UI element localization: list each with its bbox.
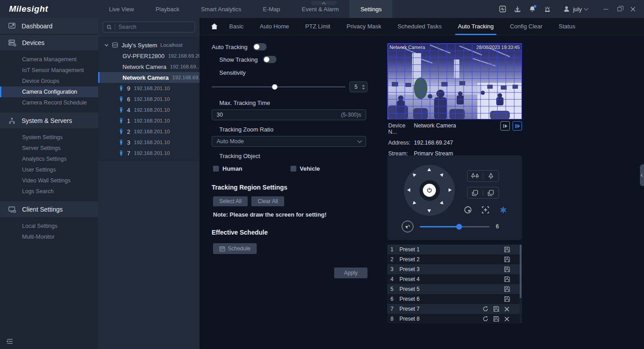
auto-tracking-toggle[interactable] <box>253 43 267 50</box>
preset-save-icon[interactable] <box>503 266 510 273</box>
preset-goto-icon[interactable] <box>482 316 489 322</box>
auto-focus-button[interactable] <box>481 205 490 215</box>
tab-config-clear[interactable]: Config Clear <box>502 18 550 35</box>
tree-item-device[interactable]: 9 192.168.201.10 <box>98 83 200 94</box>
health-status-icon[interactable] <box>497 4 508 14</box>
iris-minus-button[interactable] <box>463 205 473 215</box>
tree-item-device[interactable]: 6 192.168.201.10 <box>98 94 200 104</box>
right-panel-collapse-handle[interactable] <box>640 164 644 186</box>
zoom-in-button[interactable] <box>483 171 499 181</box>
focus-far-button[interactable] <box>467 187 483 198</box>
show-tracking-toggle[interactable] <box>263 56 277 63</box>
collapse-sidebar-icon[interactable] <box>5 337 14 345</box>
play-secondary-stream-button[interactable] <box>512 121 522 131</box>
ptz-auto-pan-button[interactable] <box>423 184 436 197</box>
iris-plus-aperture-button[interactable] <box>498 205 508 215</box>
spinner-up-icon[interactable] <box>362 85 365 86</box>
nav-playback[interactable]: Playback <box>145 0 190 18</box>
nav-settings[interactable]: Settings <box>349 0 392 18</box>
sidebar-item-iot-sensor-management[interactable]: IoT Sensor Management <box>0 65 98 76</box>
minimize-button[interactable] <box>600 3 612 15</box>
restore-button[interactable] <box>613 3 625 15</box>
ptz-left-arrow[interactable] <box>407 188 410 192</box>
notification-bell-icon[interactable] <box>527 4 538 14</box>
ptz-down-arrow[interactable] <box>427 209 431 213</box>
user-menu[interactable]: july <box>563 5 588 13</box>
preset-save-icon[interactable] <box>503 276 510 283</box>
zoom-out-button[interactable] <box>467 171 483 181</box>
download-icon[interactable] <box>512 4 523 14</box>
sidebar-item-devices[interactable]: Devices <box>0 35 98 50</box>
nav-e-map[interactable]: E-Map <box>252 0 291 18</box>
vehicle-checkbox[interactable] <box>290 166 296 172</box>
tree-item-device[interactable]: GV-PFER12800 192.168.69.206 <box>98 50 200 61</box>
clear-all-button[interactable]: Clear All <box>251 196 284 206</box>
ptz-up-left-arrow[interactable] <box>412 172 417 177</box>
tree-item-device[interactable]: Network Camera 192.168.69.... <box>98 61 200 72</box>
preset-save-icon[interactable] <box>503 256 510 263</box>
sensitivity-slider[interactable] <box>212 86 345 87</box>
tree-expand-chevron-icon[interactable] <box>104 43 109 47</box>
schedule-button[interactable]: Schedule <box>213 243 257 254</box>
preset-row[interactable]: 4 Preset 4 <box>387 274 522 284</box>
sidebar-item-system-servers[interactable]: System & Servers <box>0 113 98 128</box>
apply-button[interactable]: Apply <box>334 267 367 278</box>
ptz-right-arrow[interactable] <box>449 188 452 192</box>
preset-row[interactable]: 5 Preset 5 <box>387 284 522 294</box>
tree-item-device[interactable]: 3 192.168.201.10 <box>98 137 200 148</box>
sensitivity-spinner[interactable]: 5 <box>349 82 367 92</box>
spinner-down-icon[interactable] <box>362 88 365 90</box>
sidebar-item-device-groups[interactable]: Device Groups <box>0 76 98 86</box>
preset-row[interactable]: 8 Preset 8 <box>387 314 522 323</box>
ptz-direction-wheel[interactable] <box>404 165 455 216</box>
preset-save-icon[interactable] <box>503 296 510 303</box>
preset-row[interactable]: 2 Preset 2 <box>387 254 522 264</box>
preset-row[interactable]: 3 Preset 3 <box>387 264 522 274</box>
tree-item-device[interactable]: 2 192.168.201.10 <box>98 126 200 137</box>
tracking-zoom-ratio-select[interactable]: Auto Mode <box>212 136 366 147</box>
tree-item-device-selected[interactable]: Network Camera 192.168.69.... <box>98 72 200 83</box>
sidebar-item-camera-management[interactable]: Camera Management <box>0 54 98 65</box>
tab-basic[interactable]: Basic <box>221 18 252 35</box>
alarm-siren-icon[interactable] <box>542 4 553 14</box>
ptz-speed-knob[interactable] <box>456 224 462 230</box>
nav-live-view[interactable]: Live View <box>98 0 145 18</box>
search-input[interactable] <box>118 24 191 30</box>
preset-scrollbar[interactable] <box>520 245 522 323</box>
nav-smart-analytics[interactable]: Smart Analytics <box>190 0 252 18</box>
tree-item-device[interactable]: 1 192.168.201.10 <box>98 115 200 126</box>
preset-scrollbar-thumb[interactable] <box>520 245 522 298</box>
preset-save-icon[interactable] <box>503 246 510 253</box>
sidebar-item-local-settings[interactable]: Local Settings <box>0 221 98 231</box>
tab-ptz-limit[interactable]: PTZ Limit <box>297 18 339 35</box>
tab-auto-home[interactable]: Auto Home <box>252 18 297 35</box>
preset-row[interactable]: 7 Preset 7 <box>387 304 522 314</box>
tab-status[interactable]: Status <box>551 18 584 35</box>
preset-row[interactable]: 6 Preset 6 <box>387 294 522 304</box>
home-tab-icon[interactable] <box>208 18 221 35</box>
preset-save-icon[interactable] <box>503 286 510 293</box>
tab-scheduled-tasks[interactable]: Scheduled Tasks <box>390 18 450 35</box>
select-all-button[interactable]: Select All <box>213 196 248 206</box>
sidebar-item-camera-record-schedule[interactable]: Camera Record Schedule <box>0 97 98 108</box>
ptz-down-left-arrow[interactable] <box>412 201 417 206</box>
sidebar-item-client-settings[interactable]: Client Settings <box>0 201 98 217</box>
sidebar-item-logs-search[interactable]: Logs Search <box>0 186 98 197</box>
sidebar-item-user-settings[interactable]: User Settings <box>0 164 98 175</box>
play-primary-stream-button[interactable] <box>500 121 510 131</box>
ptz-down-right-arrow[interactable] <box>440 201 445 206</box>
tree-root-system[interactable]: July's System Localhost <box>98 40 200 50</box>
tab-auto-tracking[interactable]: Auto Tracking <box>450 18 502 35</box>
tab-privacy-mask[interactable]: Privacy Mask <box>338 18 389 35</box>
sidebar-item-dashboard[interactable]: Dashboard <box>0 18 98 34</box>
preset-delete-icon[interactable] <box>503 316 510 322</box>
ptz-speed-slider[interactable] <box>420 226 490 227</box>
sensitivity-slider-knob[interactable] <box>272 84 277 90</box>
camera-preview[interactable]: Network Camera 28/08/2023 19:33:45 <box>387 43 522 119</box>
tree-item-device[interactable]: 7 192.168.201.10 <box>98 148 200 159</box>
collapse-panel-handle[interactable] <box>311 1 336 5</box>
tracking-region-grid[interactable] <box>387 43 522 119</box>
focus-near-button[interactable] <box>483 187 499 198</box>
preset-row[interactable]: 1 Preset 1 <box>387 245 522 254</box>
sidebar-item-multi-monitor[interactable]: Multi-Monitor <box>0 231 98 242</box>
